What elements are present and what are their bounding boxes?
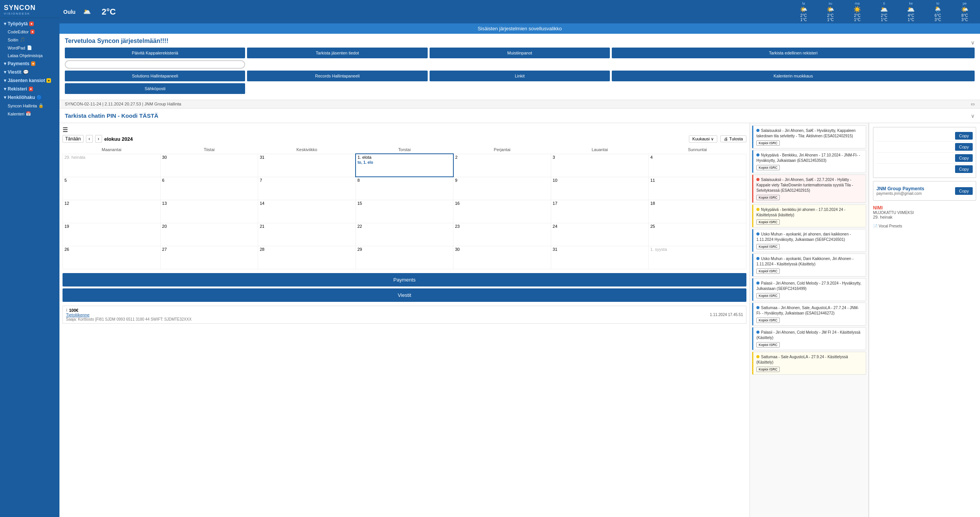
cal-cell[interactable]: 19 [63,223,161,246]
copy-btn-2[interactable]: Copy [955,154,973,162]
cal-cell[interactable]: 20 [160,223,258,246]
cal-cell[interactable]: 15 [356,200,453,223]
weather-current-icon: 🌥️ [83,8,91,15]
cal-prev-btn[interactable]: ‹ [86,135,93,143]
sidebar-item-lataa[interactable]: Lataa Ohjelmistoja [0,52,59,59]
copy-btn-1[interactable]: Copy [955,143,973,151]
kopiol-btn-5[interactable]: Kopiol ISRC [756,268,780,274]
viestit-btn[interactable]: Viestit [63,288,746,302]
cal-cell[interactable]: 25 [649,223,746,246]
cal-cell[interactable]: 29. heinäta [63,154,161,177]
cal-cell[interactable]: 3 [551,154,649,177]
sidebar-item-payments[interactable]: ▾ Payments ● [0,59,59,68]
hamburger-menu[interactable]: ☰ [63,126,746,133]
kopiol-btn-8[interactable]: Kopioi ISRC [756,342,780,347]
cal-cell[interactable]: 18 [649,200,746,223]
nimi-section: NIMI MUJOKATTU VIIMEKSI 29. heinak [873,205,976,219]
kopiol-btn-4[interactable]: Kopiol ISRC [756,244,780,249]
cal-cell[interactable]: 28 [258,246,356,269]
sidebar-item-rekisteri[interactable]: ▾ Rekisteri ● [0,85,59,93]
welcome-buttons-row2: Solutions HallintapaneeliRecords Hallint… [65,71,975,94]
cal-cell[interactable]: 10 [551,177,649,200]
cal-cell[interactable]: 8 [356,177,453,200]
cal-cell[interactable]: 7 [258,177,356,200]
cal-cell[interactable]: 1. syysta [649,246,746,269]
welcome-section: Tervetuloa Syncon järjestelmään!!!! ∨ Pä… [59,34,980,100]
transaction-label[interactable]: Tietoliikenne [66,313,191,317]
record-card-4: Usko Muhun - ayokanki, jiri ahonen, dani… [752,229,866,252]
welcome-btn-row2-4[interactable]: Sähköposti [65,83,245,94]
cal-cell[interactable]: 22 [356,223,453,246]
sidebar-item-syncon-hallinta[interactable]: Syncon Hallinta 🔒 [0,102,59,110]
sidebar-item-jasenten[interactable]: ▾ Jäsenten kansiot ● [0,76,59,85]
welcome-btn-row2-2[interactable]: Linkit [430,71,610,81]
cal-cell[interactable]: 23 [453,223,551,246]
kopiol-btn-2[interactable]: Kopioi ISRC [756,195,780,200]
kopiol-btn-9[interactable]: Kopioi ISRC [756,367,780,372]
welcome-btn-row2-0[interactable]: Solutions Hallintapaneeli [65,71,245,81]
weather-bar: Oulu 🌥️ 2°C la 🌤️ 2°C1°Csu 🌤️ 2°C1°Cma ☀… [59,0,980,23]
cal-cell[interactable]: 29 [356,246,453,269]
cal-cell[interactable]: 1. elotato, 1. elo [356,154,453,177]
cal-cell[interactable]: 13 [160,200,258,223]
kopiol-btn-6[interactable]: Kopioi ISRC [756,293,780,298]
jnm-group-section: JNM Group Payments payments.jnm@gmail.co… [873,181,976,201]
transaction-row: ℹ 100€ Tietoliikenne Saaja: Korttiosto [… [63,306,746,324]
cal-today-btn[interactable]: Tänään [63,135,84,143]
sidebar-item-soitin[interactable]: Soitin 🎵 [0,36,59,44]
weather-day-ke: ke 🌥️ 4°C1°C [899,2,922,22]
cal-cell[interactable]: 31 [258,154,356,177]
cal-cell[interactable]: 30 [453,246,551,269]
weather-city: Oulu [63,9,76,15]
cal-cell[interactable]: 12 [63,200,161,223]
cal-cell[interactable]: 2 [453,154,551,177]
kopiol-btn-3[interactable]: Kopioi ISRC [756,219,780,225]
cal-cell[interactable]: 26 [63,246,161,269]
welcome-btn-1[interactable]: Tarkista jäsenten tiedot [247,48,427,58]
cal-cell[interactable]: 4 [649,154,746,177]
record-card-2: Salaisuuksii - Jiri Ahonen, Sal€ - 22.7.… [752,175,866,203]
system-menu-bar[interactable]: Sisäisten järjestelmien sovellusvalikko [59,23,980,34]
copy-btn-3[interactable]: Copy [955,165,973,173]
welcome-btn-2[interactable]: Muistiinpanot [430,48,610,58]
kopiol-btn-0[interactable]: Kopioi ISRC [756,140,780,146]
payments-btn[interactable]: Payments [63,273,746,286]
welcome-btn-4[interactable] [65,60,245,69]
sidebar-item-codeeditor[interactable]: CodeEditor ● [0,28,59,36]
kopiol-btn-7[interactable]: Kopioi ISRC [756,318,780,323]
cal-month-label: elokuu 2024 [104,136,133,142]
cal-next-btn[interactable]: › [95,135,102,143]
cal-cell[interactable]: 11 [649,177,746,200]
sidebar-item-wordpad[interactable]: WordPad 📄 [0,44,59,52]
sidebar-item-kalenteri[interactable]: Kalenteri 📅 [0,110,59,118]
cal-header-Keskiviikko: Keskiviikko [258,146,356,154]
cal-cell[interactable]: 24 [551,223,649,246]
jnm-copy-btn[interactable]: Copy [955,187,973,195]
welcome-btn-row2-1[interactable]: Records Hallintapaneeli [247,71,427,81]
pin-collapse[interactable]: ∨ [971,113,975,119]
welcome-btn-row2-3[interactable]: Kalenterin muokkaus [612,71,975,81]
sidebar-item-viestit[interactable]: ▾ Viestit 💬 [0,68,59,76]
cal-view-btn[interactable]: Kuukausi ∨ [689,135,717,143]
sidebar-item-desktop[interactable]: ▾ Työpöytä ● [0,20,59,28]
cal-cell[interactable]: 17 [551,200,649,223]
cal-cell[interactable]: 5 [63,177,161,200]
welcome-collapse[interactable]: ∨ [971,40,975,46]
welcome-btn-0[interactable]: Päivitä Kappalerekisteriä [65,48,245,58]
cal-print-btn[interactable]: 🖨 Tulosta [720,135,746,142]
logo-sub: VISIONDESK [4,12,56,15]
jnm-group-email: payments.jnm@gmail.com [876,191,924,196]
cal-cell[interactable]: 30 [160,154,258,177]
cal-cell[interactable]: 14 [258,200,356,223]
welcome-btn-3[interactable]: Tarkista edellinen rekisteri [612,48,975,58]
cal-cell[interactable]: 27 [160,246,258,269]
cal-cell[interactable]: 16 [453,200,551,223]
cal-cell[interactable]: 6 [160,177,258,200]
cal-cell[interactable]: 21 [258,223,356,246]
sidebar-item-henkilohaku[interactable]: ▾ Henkilöhaku 🔵 [0,93,59,102]
cal-cell[interactable]: 31 [551,246,649,269]
weather-current-temp: 2°C [102,7,116,17]
kopiol-btn-1[interactable]: Kopioi ISRC [756,165,780,170]
copy-btn-0[interactable]: Copy [955,132,973,140]
cal-cell[interactable]: 9 [453,177,551,200]
